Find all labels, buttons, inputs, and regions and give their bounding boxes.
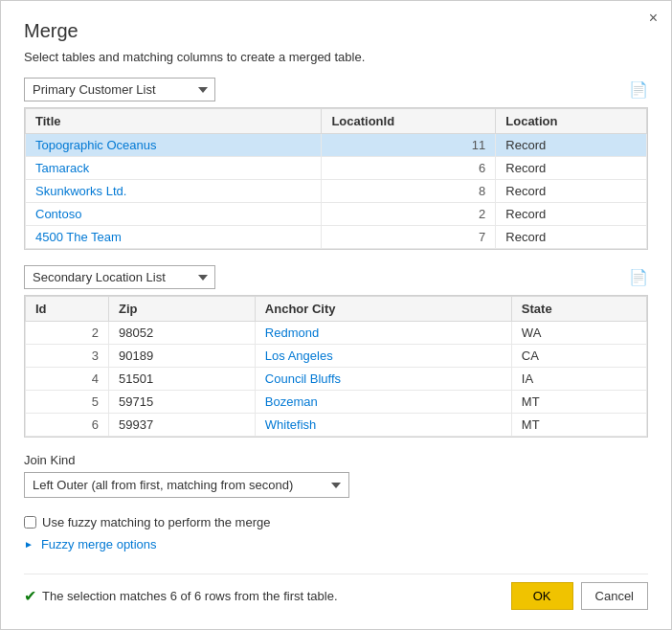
- cell-state: WA: [511, 322, 646, 345]
- cancel-button[interactable]: Cancel: [581, 582, 648, 610]
- col-anchor-city[interactable]: Anchor City: [255, 297, 511, 322]
- cell-locationid: 2: [322, 203, 496, 226]
- cell-state: CA: [511, 345, 646, 368]
- table-row[interactable]: Contoso 2 Record: [26, 203, 647, 226]
- table-row[interactable]: 3 90189 Los Angeles CA: [26, 345, 647, 368]
- merge-dialog: × Merge Select tables and matching colum…: [0, 0, 672, 630]
- cell-city: Redmond: [255, 322, 511, 345]
- ok-button[interactable]: OK: [511, 582, 573, 610]
- fuzzy-label: Use fuzzy matching to perform the merge: [42, 515, 270, 529]
- fuzzy-checkbox-row: Use fuzzy matching to perform the merge: [24, 515, 648, 529]
- cell-location: Record: [496, 180, 647, 203]
- cell-location: Record: [496, 226, 647, 249]
- cell-zip: 59937: [109, 414, 256, 437]
- col-zip[interactable]: Zip: [109, 297, 256, 322]
- secondary-table-header: Id Zip Anchor City State: [26, 297, 647, 322]
- table-row[interactable]: 6 59937 Whitefish MT: [26, 414, 647, 437]
- cell-title: Contoso: [26, 203, 322, 226]
- cell-zip: 98052: [109, 322, 256, 345]
- footer-buttons: OK Cancel: [511, 582, 648, 610]
- join-kind-section: Join Kind Left Outer (all from first, ma…: [24, 453, 648, 498]
- table-row[interactable]: Tamarack 6 Record: [26, 157, 647, 180]
- cell-city: Bozeman: [255, 391, 511, 414]
- col-id[interactable]: Id: [26, 297, 109, 322]
- cell-city: Council Bluffs: [255, 368, 511, 391]
- cell-location: Record: [496, 134, 647, 157]
- cell-state: MT: [511, 414, 646, 437]
- cell-city: Los Angeles: [255, 345, 511, 368]
- cell-location: Record: [496, 157, 647, 180]
- table-row[interactable]: 2 98052 Redmond WA: [26, 322, 647, 345]
- primary-file-icon: 📄: [629, 80, 648, 99]
- join-kind-dropdown[interactable]: Left Outer (all from first, matching fro…: [24, 472, 349, 498]
- cell-id: 3: [26, 345, 109, 368]
- cell-id: 4: [26, 368, 109, 391]
- table-row[interactable]: 5 59715 Bozeman MT: [26, 391, 647, 414]
- table-row[interactable]: Topographic Oceanus 11 Record: [26, 134, 647, 157]
- table-row[interactable]: Skunkworks Ltd. 8 Record: [26, 180, 647, 203]
- secondary-table-dropdown[interactable]: Secondary Location List: [24, 265, 215, 289]
- close-button[interactable]: ×: [649, 11, 658, 26]
- join-kind-label: Join Kind: [24, 453, 648, 467]
- col-location[interactable]: Location: [496, 109, 647, 134]
- cell-locationid: 8: [322, 180, 496, 203]
- secondary-table-container: Id Zip Anchor City State 2 98052 Redmond…: [24, 295, 648, 438]
- cell-id: 5: [26, 391, 109, 414]
- col-locationid[interactable]: LocationId: [322, 109, 496, 134]
- dialog-title: Merge: [24, 20, 648, 42]
- cell-state: IA: [511, 368, 646, 391]
- fuzzy-checkbox[interactable]: [24, 516, 36, 529]
- cell-zip: 90189: [109, 345, 256, 368]
- status-message: ✔ The selection matches 6 of 6 rows from…: [24, 587, 338, 605]
- primary-dropdown-row: Primary Customer List 📄: [24, 78, 648, 101]
- cell-zip: 59715: [109, 391, 256, 414]
- primary-table-header: Title LocationId Location: [26, 109, 647, 134]
- fuzzy-options-toggle[interactable]: ► Fuzzy merge options: [24, 537, 648, 551]
- dialog-footer: ✔ The selection matches 6 of 6 rows from…: [24, 574, 648, 610]
- secondary-table: Id Zip Anchor City State 2 98052 Redmond…: [25, 296, 647, 437]
- col-state[interactable]: State: [511, 297, 646, 322]
- primary-table: Title LocationId Location Topographic Oc…: [25, 108, 647, 249]
- table-row[interactable]: 4500 The Team 7 Record: [26, 226, 647, 249]
- dialog-subtitle: Select tables and matching columns to cr…: [24, 50, 648, 64]
- cell-title: Skunkworks Ltd.: [26, 180, 322, 203]
- fuzzy-options-label: Fuzzy merge options: [41, 537, 157, 551]
- secondary-file-icon: 📄: [629, 268, 648, 286]
- check-icon: ✔: [24, 587, 36, 605]
- cell-location: Record: [496, 203, 647, 226]
- primary-section: Primary Customer List 📄 Title LocationId…: [24, 78, 648, 250]
- cell-state: MT: [511, 391, 646, 414]
- cell-title: 4500 The Team: [26, 226, 322, 249]
- secondary-dropdown-row: Secondary Location List 📄: [24, 265, 648, 289]
- cell-locationid: 11: [322, 134, 496, 157]
- secondary-section: Secondary Location List 📄 Id Zip Anchor …: [24, 265, 648, 438]
- cell-zip: 51501: [109, 368, 256, 391]
- primary-table-dropdown[interactable]: Primary Customer List: [24, 78, 215, 101]
- cell-city: Whitefish: [255, 414, 511, 437]
- col-title[interactable]: Title: [26, 109, 322, 134]
- cell-title: Tamarack: [26, 157, 322, 180]
- cell-id: 2: [26, 322, 109, 345]
- cell-id: 6: [26, 414, 109, 437]
- cell-locationid: 6: [322, 157, 496, 180]
- cell-locationid: 7: [322, 226, 496, 249]
- status-text: The selection matches 6 of 6 rows from t…: [42, 589, 338, 603]
- primary-table-container: Title LocationId Location Topographic Oc…: [24, 107, 648, 250]
- chevron-right-icon: ►: [24, 539, 34, 550]
- table-row[interactable]: 4 51501 Council Bluffs IA: [26, 368, 647, 391]
- cell-title: Topographic Oceanus: [26, 134, 322, 157]
